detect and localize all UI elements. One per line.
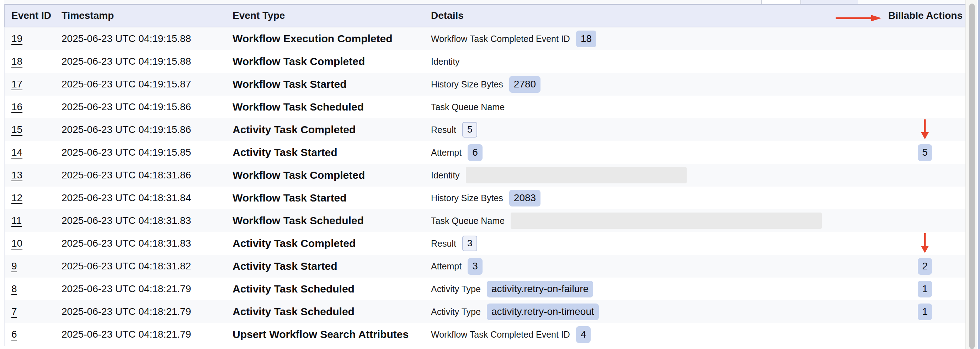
red-arrow-down-icon <box>920 233 929 253</box>
timestamp-cell: 2025-06-23 UTC 04:18:31.86 <box>62 170 232 181</box>
red-arrow-right-icon <box>836 15 882 21</box>
details-cell: History Size Bytes2780 <box>431 76 883 93</box>
event-id-cell: 8 <box>5 283 62 295</box>
event-id-link[interactable]: 12 <box>11 192 22 203</box>
top-strip-segment <box>858 0 966 4</box>
billable-actions-cell: 5 <box>883 141 967 164</box>
details-cell: Attempt6 <box>431 144 883 161</box>
event-id-cell: 15 <box>5 124 62 135</box>
table-row[interactable]: 82025-06-23 UTC 04:18:21.79Activity Task… <box>4 278 966 300</box>
event-id-cell: 13 <box>5 170 62 181</box>
table-row[interactable]: 162025-06-23 UTC 04:19:15.86Workflow Tas… <box>4 95 966 118</box>
scrollbar-thumb[interactable] <box>969 3 975 349</box>
event-id-link[interactable]: 16 <box>11 101 22 112</box>
table-row[interactable]: 72025-06-23 UTC 04:18:21.79Activity Task… <box>4 300 966 323</box>
detail-label: Activity Type <box>431 307 481 317</box>
event-type-cell: Activity Task Completed <box>232 237 431 249</box>
billable-actions-cell <box>883 95 967 118</box>
top-strip <box>0 0 980 4</box>
top-strip-segment <box>801 0 858 4</box>
detail-label: History Size Bytes <box>431 79 503 90</box>
table-row[interactable]: 152025-06-23 UTC 04:19:15.86Activity Tas… <box>4 118 966 141</box>
billable-actions-cell <box>883 118 967 141</box>
detail-label: History Size Bytes <box>431 193 503 203</box>
detail-value-badge: 2083 <box>509 190 541 206</box>
table-row[interactable]: 142025-06-23 UTC 04:19:15.85Activity Tas… <box>4 141 966 164</box>
billable-actions-badge: 5 <box>918 144 932 161</box>
event-id-cell: 16 <box>5 101 62 113</box>
event-id-cell: 12 <box>5 192 62 204</box>
table-row[interactable]: 122025-06-23 UTC 04:18:31.84Workflow Tas… <box>4 187 966 209</box>
detail-value-chip: 5 <box>462 122 477 138</box>
detail-label: Attempt <box>431 148 461 158</box>
table-row[interactable]: 92025-06-23 UTC 04:18:31.82Activity Task… <box>4 255 966 278</box>
event-id-cell: 7 <box>5 306 62 317</box>
column-header-event-type: Event Type <box>232 10 431 21</box>
column-header-event-id: Event ID <box>5 10 62 21</box>
details-cell: Activity Typeactivity.retry-on-timeout <box>431 303 883 320</box>
column-header-details: Details <box>431 10 883 21</box>
event-id-cell: 14 <box>5 147 62 158</box>
billable-actions-cell: 2 <box>883 255 967 278</box>
billable-actions-cell <box>883 73 967 95</box>
timestamp-cell: 2025-06-23 UTC 04:18:31.84 <box>62 192 232 204</box>
column-header-timestamp: Timestamp <box>62 10 232 21</box>
side-panel-edge <box>978 0 980 349</box>
table-body: 192025-06-23 UTC 04:19:15.88Workflow Exe… <box>4 27 966 346</box>
event-id-link[interactable]: 13 <box>11 170 22 181</box>
detail-label: Workflow Task Completed Event ID <box>431 34 570 44</box>
timestamp-cell: 2025-06-23 UTC 04:18:31.82 <box>62 260 232 272</box>
event-id-link[interactable]: 6 <box>11 329 17 340</box>
event-id-link[interactable]: 9 <box>11 260 17 271</box>
event-id-link[interactable]: 15 <box>11 124 22 135</box>
top-strip-box <box>761 0 801 4</box>
billable-actions-cell <box>883 164 967 187</box>
detail-value-redacted <box>511 213 822 229</box>
billable-actions-cell <box>883 209 967 232</box>
table-row[interactable]: 132025-06-23 UTC 04:18:31.86Workflow Tas… <box>4 164 966 187</box>
event-id-link[interactable]: 7 <box>11 306 17 317</box>
event-id-cell: 9 <box>5 260 62 272</box>
detail-label: Task Queue Name <box>431 102 504 112</box>
event-type-cell: Upsert Workflow Search Attributes <box>232 328 431 341</box>
details-cell: Activity Typeactivity.retry-on-failure <box>431 281 883 297</box>
detail-label: Identity <box>431 57 460 67</box>
column-header-billable-actions: Billable Actions <box>883 10 967 21</box>
billable-actions-cell: 1 <box>883 278 967 300</box>
event-id-link[interactable]: 14 <box>11 147 22 158</box>
billable-actions-cell <box>883 232 967 255</box>
table-row[interactable]: 62025-06-23 UTC 04:18:21.79Upsert Workfl… <box>4 323 966 346</box>
timestamp-cell: 2025-06-23 UTC 04:19:15.88 <box>62 56 232 67</box>
timestamp-cell: 2025-06-23 UTC 04:19:15.87 <box>62 79 232 90</box>
event-id-link[interactable]: 19 <box>11 33 22 44</box>
event-id-link[interactable]: 10 <box>11 238 22 249</box>
detail-value-badge: activity.retry-on-timeout <box>487 303 599 320</box>
event-id-link[interactable]: 17 <box>11 79 22 90</box>
table-row[interactable]: 182025-06-23 UTC 04:19:15.88Workflow Tas… <box>4 50 966 73</box>
table-header-row: Event ID Timestamp Event Type Details Bi… <box>4 4 966 27</box>
timestamp-cell: 2025-06-23 UTC 04:18:21.79 <box>62 329 232 340</box>
detail-value-chip: 3 <box>462 236 477 251</box>
table-row[interactable]: 102025-06-23 UTC 04:18:31.83Activity Tas… <box>4 232 966 255</box>
detail-value-redacted <box>466 167 687 183</box>
detail-label: Attempt <box>431 261 461 271</box>
billable-actions-cell <box>883 50 967 73</box>
event-type-cell: Workflow Task Started <box>232 192 431 204</box>
event-id-cell: 19 <box>5 33 62 44</box>
event-id-link[interactable]: 18 <box>11 56 22 67</box>
table-row[interactable]: 172025-06-23 UTC 04:19:15.87Workflow Tas… <box>4 73 966 95</box>
event-type-cell: Workflow Execution Completed <box>232 33 431 45</box>
details-cell: Identity <box>431 57 883 67</box>
detail-value-badge: 4 <box>576 326 591 343</box>
timestamp-cell: 2025-06-23 UTC 04:19:15.85 <box>62 147 232 158</box>
event-id-link[interactable]: 8 <box>11 283 17 294</box>
timestamp-cell: 2025-06-23 UTC 04:18:31.83 <box>62 238 232 249</box>
detail-label: Activity Type <box>431 284 481 294</box>
table-row[interactable]: 112025-06-23 UTC 04:18:31.83Workflow Tas… <box>4 209 966 232</box>
detail-value-badge: 2780 <box>509 76 541 93</box>
event-id-cell: 6 <box>5 329 62 340</box>
event-id-link[interactable]: 11 <box>11 215 22 226</box>
details-cell: Workflow Task Completed Event ID4 <box>431 326 883 343</box>
details-cell: Result5 <box>431 122 883 138</box>
table-row[interactable]: 192025-06-23 UTC 04:19:15.88Workflow Exe… <box>4 27 966 50</box>
